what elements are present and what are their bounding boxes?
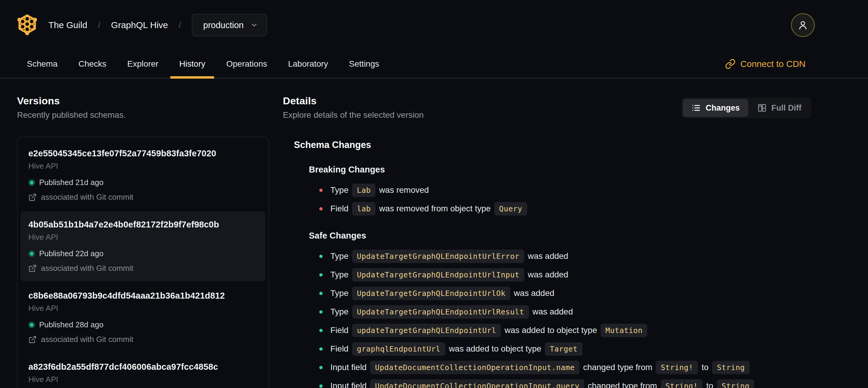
code-chip: String bbox=[717, 379, 754, 388]
version-service-name: Hive API bbox=[28, 161, 258, 171]
change-text: Field bbox=[330, 344, 348, 354]
version-card[interactable]: a823f6db2a55df877dcf406006abca97fcc4858c… bbox=[21, 354, 266, 388]
change-item: Input fieldUpdateDocumentCollectionOpera… bbox=[319, 378, 811, 388]
change-text: changed type from bbox=[588, 381, 657, 388]
change-item: Input fieldUpdateDocumentCollectionOpera… bbox=[319, 360, 811, 375]
app-root: { "header": { "breadcrumb": { "org": "Th… bbox=[0, 0, 868, 388]
changes-view-button[interactable]: Changes bbox=[683, 99, 748, 117]
breaking-changes-group: Breaking Changes TypeLabwas removedField… bbox=[294, 165, 811, 216]
version-hash: 4b05ab51b1b4a7e2e4b0ef82172f2b9f7ef98c0b bbox=[28, 220, 258, 230]
tab-schema[interactable]: Schema bbox=[25, 50, 59, 78]
code-chip: UpdateTargetGraphQLEndpointUrlOk bbox=[352, 287, 510, 300]
tab-explorer[interactable]: Explorer bbox=[125, 50, 160, 78]
breaking-changes-title: Breaking Changes bbox=[309, 165, 811, 175]
change-text: was added bbox=[528, 251, 568, 261]
full-diff-view-button[interactable]: Full Diff bbox=[749, 99, 810, 117]
breadcrumb-separator: / bbox=[98, 20, 100, 30]
details-header: Details Explore details of the selected … bbox=[283, 95, 811, 120]
target-selector-value: production bbox=[203, 20, 243, 30]
version-service-name: Hive API bbox=[28, 304, 258, 313]
version-hash: e2e55045345ce13fe07f52a77459b83fa3fe7020 bbox=[28, 149, 258, 158]
version-published-row: Published 21d ago bbox=[28, 178, 258, 187]
version-git-text: associated with Git commit bbox=[41, 335, 133, 344]
safe-changes-title: Safe Changes bbox=[309, 231, 811, 241]
code-chip: UpdateDocumentCollectionOperationInput.q… bbox=[370, 379, 584, 388]
details-header-text: Details Explore details of the selected … bbox=[283, 95, 424, 120]
version-list: e2e55045345ce13fe07f52a77459b83fa3fe7020… bbox=[17, 137, 269, 388]
version-published-row: Published 28d ago bbox=[28, 320, 258, 329]
connect-to-cdn-button[interactable]: Connect to CDN bbox=[725, 50, 806, 78]
change-text: Type bbox=[330, 289, 348, 298]
tab-laboratory[interactable]: Laboratory bbox=[286, 50, 330, 78]
tab-checks[interactable]: Checks bbox=[77, 50, 108, 78]
version-git-text: associated with Git commit bbox=[41, 192, 133, 202]
details-subtitle: Explore details of the selected version bbox=[283, 110, 424, 120]
version-published-text: Published 28d ago bbox=[39, 320, 103, 329]
change-text: Type bbox=[330, 185, 348, 195]
main-content: Versions Recently published schemas. e2e… bbox=[0, 79, 868, 388]
safe-bullet-icon bbox=[319, 384, 322, 388]
tab-settings[interactable]: Settings bbox=[347, 50, 381, 78]
change-text: was removed from object type bbox=[379, 204, 491, 213]
version-git-link[interactable]: associated with Git commit bbox=[28, 192, 258, 202]
full-diff-view-label: Full Diff bbox=[772, 103, 801, 113]
code-chip: UpdateDocumentCollectionOperationInput.n… bbox=[370, 361, 580, 374]
change-item: TypeLabwas removed bbox=[319, 182, 811, 198]
safe-bullet-icon bbox=[319, 347, 322, 351]
versions-subtitle: Recently published schemas. bbox=[17, 110, 269, 120]
version-published-text: Published 21d ago bbox=[39, 178, 103, 187]
breaking-bullet-icon bbox=[319, 189, 322, 192]
top-bar: The Guild / GraphQL Hive / production bbox=[0, 0, 868, 50]
breaking-bullet-icon bbox=[319, 207, 322, 210]
code-chip: String! bbox=[661, 379, 703, 388]
target-selector-dropdown[interactable]: production bbox=[192, 14, 267, 36]
version-git-text: associated with Git commit bbox=[41, 264, 133, 273]
version-card[interactable]: e2e55045345ce13fe07f52a77459b83fa3fe7020… bbox=[21, 140, 266, 210]
breadcrumb-org[interactable]: The Guild bbox=[49, 20, 87, 30]
code-chip: UpdateTargetGraphQLEndpointUrlError bbox=[352, 249, 524, 263]
user-icon bbox=[798, 20, 808, 30]
tab-history[interactable]: History bbox=[178, 50, 207, 78]
versions-title: Versions bbox=[17, 95, 269, 107]
version-card[interactable]: 4b05ab51b1b4a7e2e4b0ef82172f2b9f7ef98c0b… bbox=[21, 211, 266, 281]
change-text: Type bbox=[330, 251, 348, 261]
code-chip: String! bbox=[656, 361, 698, 374]
change-item: TypeUpdateTargetGraphQLEndpointUrlErrorw… bbox=[319, 248, 811, 264]
version-hash: c8b6e88a06793b9c4dfd54aaa21b36a1b421d812 bbox=[28, 291, 258, 301]
safe-bullet-icon bbox=[319, 255, 322, 258]
change-text: was removed bbox=[379, 185, 429, 195]
change-item: TypeUpdateTargetGraphQLEndpointUrlResult… bbox=[319, 304, 811, 320]
safe-changes-group: Safe Changes TypeUpdateTargetGraphQLEndp… bbox=[294, 231, 811, 388]
tab-bar: SchemaChecksExplorerHistoryOperationsLab… bbox=[0, 50, 868, 79]
safe-bullet-icon bbox=[319, 292, 322, 295]
version-service-name: Hive API bbox=[28, 375, 258, 384]
code-chip: Mutation bbox=[601, 324, 647, 337]
version-hash: a823f6db2a55df877dcf406006abca97fcc4858c bbox=[28, 362, 258, 372]
published-status-dot-icon bbox=[28, 250, 35, 257]
user-menu-button[interactable] bbox=[791, 13, 815, 37]
version-service-name: Hive API bbox=[28, 233, 258, 242]
breadcrumb-project[interactable]: GraphQL Hive bbox=[111, 20, 168, 30]
breaking-changes-list: TypeLabwas removedFieldlabwas removed fr… bbox=[309, 182, 811, 216]
change-text: Input field bbox=[330, 363, 367, 372]
version-git-link[interactable]: associated with Git commit bbox=[28, 335, 258, 344]
schema-changes-title: Schema Changes bbox=[294, 140, 811, 150]
version-card[interactable]: c8b6e88a06793b9c4dfd54aaa21b36a1b421d812… bbox=[21, 282, 266, 352]
code-chip: UpdateTargetGraphQLEndpointUrlResult bbox=[352, 305, 529, 319]
change-text: changed type from bbox=[583, 363, 652, 372]
change-text: Type bbox=[330, 307, 348, 317]
connect-to-cdn-label: Connect to CDN bbox=[740, 59, 806, 69]
hive-logo-icon[interactable] bbox=[17, 13, 38, 37]
details-panel: Details Explore details of the selected … bbox=[269, 95, 811, 388]
published-status-dot-icon bbox=[28, 179, 35, 186]
link-icon bbox=[725, 59, 736, 69]
change-text: was added bbox=[528, 270, 568, 279]
external-link-icon bbox=[28, 264, 37, 273]
version-git-link[interactable]: associated with Git commit bbox=[28, 264, 258, 273]
change-item: Fieldlabwas removed from object typeQuer… bbox=[319, 201, 811, 216]
code-chip: Lab bbox=[352, 183, 376, 197]
tab-operations[interactable]: Operations bbox=[224, 50, 269, 78]
code-chip: UpdateTargetGraphQLEndpointUrlInput bbox=[352, 268, 524, 281]
change-text: Field bbox=[330, 204, 348, 213]
details-title: Details bbox=[283, 95, 424, 107]
